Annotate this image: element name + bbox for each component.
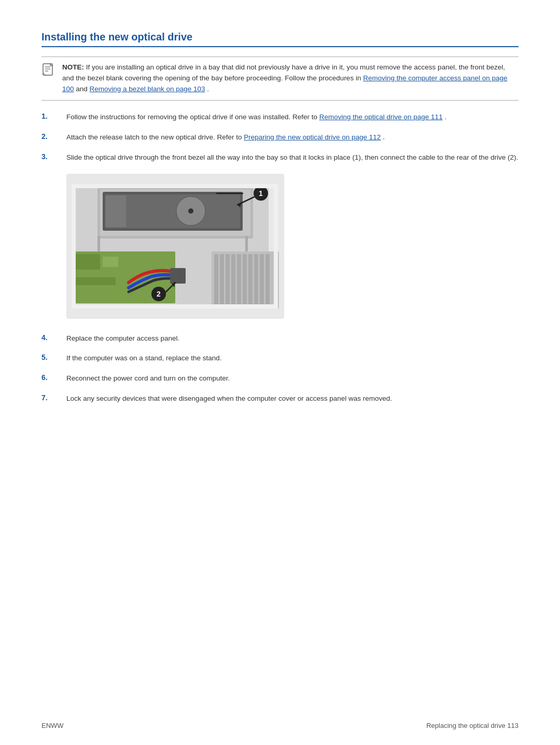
svg-rect-35 xyxy=(248,254,253,306)
svg-rect-40 xyxy=(274,184,278,308)
note-link2[interactable]: Removing a bezel blank on page 103 xyxy=(90,85,205,93)
step1-text-after: . xyxy=(444,113,446,121)
step-number-5: 5. xyxy=(41,353,66,361)
svg-point-12 xyxy=(188,208,193,214)
svg-rect-42 xyxy=(72,304,276,308)
step2-text-after: . xyxy=(383,133,385,141)
svg-rect-37 xyxy=(260,254,264,306)
note-label: NOTE: xyxy=(62,63,84,71)
step-content-3: Slide the optical drive through the fron… xyxy=(66,152,519,163)
step-number-2: 2. xyxy=(41,132,66,140)
step-number-7: 7. xyxy=(41,393,66,402)
step-number-6: 6. xyxy=(41,373,66,382)
svg-rect-44 xyxy=(245,236,248,251)
svg-rect-33 xyxy=(237,254,241,306)
footer-right: Replacing the optical drive 113 xyxy=(426,722,519,729)
step-number-1: 1. xyxy=(41,112,66,120)
svg-rect-39 xyxy=(72,184,76,308)
steps-list-continued: 4. Replace the computer access panel. 5.… xyxy=(41,333,519,405)
step-content-7: Lock any security devices that were dise… xyxy=(66,393,519,404)
step-item-4: 4. Replace the computer access panel. xyxy=(41,333,519,344)
note-text: NOTE: If you are installing an optical d… xyxy=(62,62,519,95)
optical-drive-image: 1 2 xyxy=(66,174,284,319)
svg-text:✎: ✎ xyxy=(43,72,47,77)
step-item-6: 6. Reconnect the power cord and turn on … xyxy=(41,373,519,384)
svg-rect-43 xyxy=(97,236,100,251)
note-icon: ✎ xyxy=(41,63,57,78)
svg-rect-23 xyxy=(170,268,186,284)
svg-rect-30 xyxy=(220,254,224,306)
svg-rect-13 xyxy=(105,195,126,227)
note-text-after: . xyxy=(207,85,209,93)
svg-text:2: 2 xyxy=(157,290,161,298)
svg-rect-32 xyxy=(231,254,235,306)
note-text-between: and xyxy=(76,85,89,93)
step2-link[interactable]: Preparing the new optical drive on page … xyxy=(244,133,381,141)
step-item-3: 3. Slide the optical drive through the f… xyxy=(41,152,519,163)
step1-link[interactable]: Removing the optical drive on page 111 xyxy=(319,113,443,121)
svg-rect-29 xyxy=(214,254,218,306)
steps-list: 1. Follow the instructions for removing … xyxy=(41,112,519,163)
step3-text-before: Slide the optical drive through the fron… xyxy=(66,153,518,161)
svg-rect-36 xyxy=(254,254,258,306)
page-title: Installing the new optical drive xyxy=(41,31,519,47)
note-box: ✎ NOTE: If you are installing an optical… xyxy=(41,57,519,101)
svg-rect-38 xyxy=(265,254,270,306)
svg-rect-34 xyxy=(243,254,247,306)
step2-text-before: Attach the release latch to the new opti… xyxy=(66,133,244,141)
step-content-5: If the computer was on a stand, replace … xyxy=(66,353,519,364)
svg-rect-22 xyxy=(74,277,116,285)
step-item-5: 5. If the computer was on a stand, repla… xyxy=(41,353,519,364)
step-item-7: 7. Lock any security devices that were d… xyxy=(41,393,519,404)
step-number-3: 3. xyxy=(41,152,66,161)
footer-left: ENWW xyxy=(41,722,64,729)
svg-rect-41 xyxy=(72,184,276,188)
image-container: 1 2 xyxy=(66,174,519,319)
footer: ENWW Replacing the optical drive 113 xyxy=(41,722,519,729)
svg-rect-31 xyxy=(226,254,230,306)
svg-rect-21 xyxy=(103,257,118,267)
step-content-6: Reconnect the power cord and turn on the… xyxy=(66,373,519,384)
svg-rect-20 xyxy=(74,254,100,270)
step-item-1: 1. Follow the instructions for removing … xyxy=(41,112,519,123)
step1-text-before: Follow the instructions for removing the… xyxy=(66,113,319,121)
step-number-4: 4. xyxy=(41,333,66,342)
step-content-2: Attach the release latch to the new opti… xyxy=(66,132,519,143)
step-content-1: Follow the instructions for removing the… xyxy=(66,112,519,123)
svg-text:1: 1 xyxy=(259,189,263,198)
step-item-2: 2. Attach the release latch to the new o… xyxy=(41,132,519,143)
step-content-4: Replace the computer access panel. xyxy=(66,333,519,344)
